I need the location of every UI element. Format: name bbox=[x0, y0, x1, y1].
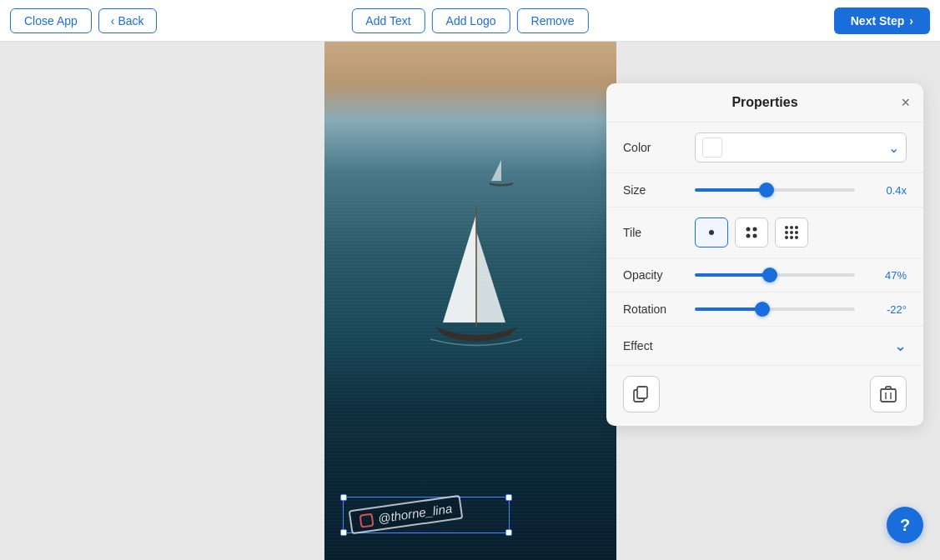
panel-title: Properties bbox=[731, 95, 797, 110]
panel-header: Properties × bbox=[606, 83, 923, 122]
tile-grid9-icon bbox=[784, 225, 799, 240]
svg-point-16 bbox=[790, 236, 793, 239]
next-chevron-icon: › bbox=[909, 14, 913, 28]
svg-point-5 bbox=[746, 228, 751, 232]
svg-point-14 bbox=[795, 231, 798, 234]
effect-row[interactable]: Effect ⌄ bbox=[606, 327, 923, 366]
opacity-slider-thumb[interactable] bbox=[762, 268, 777, 282]
next-step-button[interactable]: Next Step › bbox=[834, 8, 930, 34]
sailboat-image bbox=[324, 42, 616, 560]
tile-options bbox=[695, 218, 808, 248]
effect-label: Effect bbox=[623, 339, 894, 352]
tile-grid9[interactable] bbox=[775, 218, 808, 248]
svg-rect-19 bbox=[637, 387, 647, 398]
svg-point-13 bbox=[790, 231, 793, 234]
add-logo-button[interactable]: Add Logo bbox=[432, 8, 510, 33]
properties-panel: Properties × Color ⌄ Size 0.4x Tile bbox=[606, 83, 923, 426]
color-chevron-icon[interactable]: ⌄ bbox=[888, 140, 899, 156]
rotation-slider-fill bbox=[695, 308, 762, 311]
opacity-value: 47% bbox=[877, 269, 907, 282]
tile-row: Tile bbox=[606, 208, 923, 258]
rotation-value: -22° bbox=[877, 303, 907, 316]
svg-point-10 bbox=[790, 226, 793, 229]
help-icon: ? bbox=[900, 516, 910, 535]
color-row: Color ⌄ bbox=[606, 122, 923, 173]
color-input-wrapper[interactable]: ⌄ bbox=[695, 132, 907, 162]
rotation-label: Rotation bbox=[623, 302, 681, 316]
size-slider-thumb[interactable] bbox=[759, 182, 774, 198]
svg-rect-20 bbox=[881, 389, 896, 402]
color-swatch[interactable] bbox=[702, 138, 722, 158]
back-button[interactable]: ‹ Back bbox=[98, 8, 157, 33]
svg-marker-3 bbox=[491, 160, 501, 181]
watermark-text: @thorne_lina bbox=[377, 501, 453, 525]
opacity-label: Opacity bbox=[623, 268, 681, 282]
size-row: Size 0.4x bbox=[606, 173, 923, 208]
size-slider-track[interactable] bbox=[695, 188, 855, 192]
opacity-slider-fill bbox=[695, 273, 770, 277]
tile-single-icon bbox=[707, 228, 716, 237]
copy-button[interactable] bbox=[623, 376, 660, 412]
rotation-slider-thumb[interactable] bbox=[755, 302, 770, 317]
help-button[interactable]: ? bbox=[887, 507, 923, 543]
tile-grid4-icon bbox=[745, 226, 758, 239]
header-left: Close App ‹ Back bbox=[10, 8, 157, 33]
header-right: Next Step › bbox=[834, 8, 930, 34]
close-app-button[interactable]: Close App bbox=[10, 8, 92, 33]
handle-bottom-left[interactable] bbox=[340, 529, 347, 536]
svg-point-12 bbox=[785, 231, 788, 234]
panel-actions bbox=[606, 366, 923, 412]
size-slider-wrapper[interactable] bbox=[695, 188, 855, 192]
add-text-button[interactable]: Add Text bbox=[351, 8, 425, 33]
instagram-icon bbox=[359, 512, 374, 528]
svg-point-9 bbox=[785, 226, 788, 229]
svg-point-8 bbox=[753, 234, 757, 238]
opacity-slider-wrapper[interactable] bbox=[695, 273, 855, 277]
header-center: Add Text Add Logo Remove bbox=[351, 8, 588, 33]
svg-marker-1 bbox=[476, 231, 505, 322]
header: Close App ‹ Back Add Text Add Logo Remov… bbox=[0, 0, 940, 42]
image-canvas[interactable]: @thorne_lina bbox=[324, 42, 616, 560]
opacity-slider-track[interactable] bbox=[695, 273, 855, 277]
svg-point-17 bbox=[795, 236, 798, 239]
rotation-slider-wrapper[interactable] bbox=[695, 308, 855, 311]
remove-button[interactable]: Remove bbox=[517, 8, 589, 33]
svg-point-15 bbox=[785, 236, 788, 239]
tile-grid4[interactable] bbox=[735, 218, 768, 248]
back-chevron-icon: ‹ bbox=[111, 14, 115, 28]
rotation-slider-track[interactable] bbox=[695, 308, 855, 311]
handle-top-right[interactable] bbox=[505, 494, 512, 501]
color-label: Color bbox=[623, 141, 681, 154]
tile-label: Tile bbox=[623, 226, 681, 239]
handle-top-left[interactable] bbox=[340, 494, 347, 501]
sailboat-svg bbox=[426, 198, 526, 364]
svg-point-6 bbox=[753, 228, 757, 232]
rotation-row: Rotation -22° bbox=[606, 292, 923, 327]
svg-point-11 bbox=[795, 226, 798, 229]
size-slider-fill bbox=[695, 188, 767, 192]
main: @thorne_lina Properties × Color ⌄ Size bbox=[0, 42, 940, 560]
effect-chevron-icon[interactable]: ⌄ bbox=[894, 337, 907, 355]
size-label: Size bbox=[623, 183, 681, 197]
handle-bottom-right[interactable] bbox=[505, 529, 512, 536]
size-value: 0.4x bbox=[877, 184, 907, 197]
svg-point-7 bbox=[746, 234, 751, 238]
copy-icon bbox=[633, 386, 650, 402]
tile-single[interactable] bbox=[695, 218, 728, 248]
panel-close-button[interactable]: × bbox=[901, 95, 910, 110]
delete-icon bbox=[880, 385, 897, 403]
svg-point-4 bbox=[709, 230, 714, 235]
opacity-row: Opacity 47% bbox=[606, 258, 923, 292]
delete-button[interactable] bbox=[870, 376, 907, 412]
small-boat-svg bbox=[485, 156, 518, 189]
svg-marker-0 bbox=[443, 214, 476, 322]
